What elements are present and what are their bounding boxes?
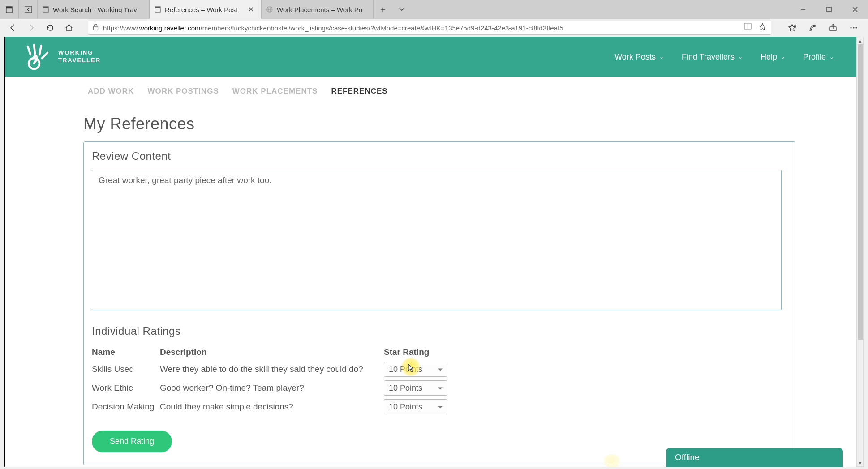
subtab-work-postings[interactable]: WORK POSTINGS — [147, 87, 219, 96]
forward-button[interactable] — [23, 20, 39, 36]
svg-point-19 — [855, 27, 857, 28]
close-window-button[interactable] — [842, 0, 868, 19]
review-textarea[interactable] — [92, 170, 782, 310]
nav-profile[interactable]: Profile⌄ — [803, 52, 834, 62]
rating-name: Work Ethic — [92, 379, 160, 397]
send-rating-button[interactable]: Send Rating — [92, 431, 172, 452]
favorites-button[interactable] — [782, 20, 802, 36]
scroll-up-button[interactable]: ▲ — [857, 37, 863, 44]
svg-rect-10 — [94, 26, 98, 30]
review-heading: Review Content — [92, 150, 787, 162]
tab-title: Work Search - Working Trav — [53, 6, 143, 13]
subtab-add-work[interactable]: ADD WORK — [88, 87, 134, 96]
page-viewport: WORKING TRAVELLER Work Posts⌄ Find Trave… — [4, 37, 857, 467]
browser-tab-3[interactable]: Work Placements – Work Po — [262, 0, 374, 19]
brand-logo-icon — [21, 41, 52, 72]
chevron-down-icon: ⌄ — [659, 54, 664, 60]
svg-rect-9 — [827, 7, 831, 12]
individual-ratings-heading: Individual Ratings — [92, 325, 787, 337]
svg-rect-1 — [6, 6, 12, 8]
maximize-button[interactable] — [816, 0, 842, 19]
notes-button[interactable] — [803, 20, 822, 36]
col-header-rating: Star Rating — [384, 345, 449, 360]
brand[interactable]: WORKING TRAVELLER — [21, 41, 101, 72]
review-panel: Review Content Individual Ratings Name D… — [83, 141, 795, 465]
toolbar-right — [782, 20, 864, 36]
nav-find-travellers[interactable]: Find Travellers⌄ — [682, 52, 743, 62]
svg-point-17 — [850, 27, 851, 28]
chevron-down-icon: ⌄ — [738, 54, 743, 60]
lock-icon — [93, 24, 99, 32]
main-content: My References Review Content Individual … — [5, 115, 856, 465]
url-text: https://www.workingtraveller.com/members… — [103, 24, 563, 32]
rating-desc: Were they able to do the skill they said… — [160, 360, 384, 379]
minimize-button[interactable] — [790, 0, 816, 19]
table-row: Skills Used Were they able to do the ski… — [92, 360, 449, 379]
more-button[interactable] — [844, 20, 864, 36]
rating-select-value: 10 Points — [389, 384, 422, 393]
rating-name: Decision Making — [92, 397, 160, 416]
top-nav: Work Posts⌄ Find Travellers⌄ Help⌄ Profi… — [614, 52, 834, 62]
svg-rect-2 — [25, 6, 32, 13]
scroll-thumb[interactable] — [858, 44, 863, 340]
rating-name: Skills Used — [92, 360, 160, 379]
svg-line-21 — [28, 47, 30, 55]
browser-tab-1[interactable]: Work Search - Working Trav — [38, 0, 150, 19]
sub-tabs: ADD WORK WORK POSTINGS WORK PLACEMENTS R… — [5, 77, 856, 105]
ratings-table: Name Description Star Rating Skills Used… — [92, 345, 449, 416]
page-icon — [42, 6, 49, 13]
rating-select-ethic[interactable]: 10 Points — [384, 380, 447, 396]
nav-work-posts[interactable]: Work Posts⌄ — [614, 52, 664, 62]
svg-line-23 — [39, 46, 41, 55]
close-icon[interactable]: ✕ — [247, 5, 255, 13]
tab-overflow-button[interactable] — [392, 0, 411, 19]
nav-help[interactable]: Help⌄ — [761, 52, 785, 62]
chat-status: Offline — [675, 452, 700, 462]
chat-widget[interactable]: Offline — [666, 448, 843, 467]
col-header-name: Name — [92, 345, 160, 360]
svg-line-22 — [34, 45, 35, 54]
page-icon — [154, 6, 161, 13]
subtab-work-placements[interactable]: WORK PLACEMENTS — [232, 87, 318, 96]
tab-title: References – Work Post — [165, 6, 243, 13]
refresh-button[interactable] — [42, 20, 58, 36]
subtab-references[interactable]: REFERENCES — [331, 87, 387, 96]
favorite-star-icon[interactable] — [759, 23, 766, 33]
browser-tab-2[interactable]: References – Work Post ✕ — [150, 0, 262, 19]
rating-select-value: 10 Points — [389, 365, 422, 374]
page-title: My References — [83, 115, 856, 133]
col-header-description: Description — [160, 345, 384, 360]
brand-text: WORKING TRAVELLER — [58, 49, 101, 64]
new-tab-button[interactable]: ＋ — [374, 0, 392, 19]
svg-point-18 — [853, 27, 854, 28]
share-button[interactable] — [823, 20, 843, 36]
site-header: WORKING TRAVELLER Work Posts⌄ Find Trave… — [5, 37, 856, 77]
tab-aside-icon[interactable] — [19, 0, 38, 19]
tab-title: Work Placements – Work Po — [277, 6, 367, 13]
back-button[interactable] — [4, 20, 21, 36]
rating-desc: Could they make simple decisions? — [160, 397, 384, 416]
rating-select-value: 10 Points — [389, 402, 422, 412]
tab-strip: Work Search - Working Trav References – … — [0, 0, 868, 19]
rating-select-decision[interactable]: 10 Points — [384, 399, 447, 414]
scroll-down-button[interactable]: ▼ — [857, 459, 863, 466]
rating-select-skills[interactable]: 10 Points — [384, 362, 447, 377]
vertical-scrollbar[interactable]: ▲ ▼ — [857, 37, 864, 467]
table-row: Work Ethic Good worker? On-time? Team pl… — [92, 379, 449, 397]
address-bar[interactable]: https://www.workingtraveller.com/members… — [88, 21, 771, 35]
table-row: Decision Making Could they make simple d… — [92, 397, 449, 416]
browser-chrome: Work Search - Working Trav References – … — [0, 0, 868, 37]
svg-rect-6 — [155, 7, 160, 8]
window-controls — [790, 0, 868, 19]
chevron-down-icon: ⌄ — [781, 54, 785, 60]
reading-view-icon[interactable] — [744, 23, 752, 33]
svg-line-24 — [42, 53, 47, 58]
chevron-down-icon: ⌄ — [829, 54, 834, 60]
home-button[interactable] — [61, 20, 77, 36]
rating-desc: Good worker? On-time? Team player? — [160, 379, 384, 397]
globe-icon — [266, 6, 273, 13]
svg-rect-4 — [43, 7, 48, 8]
tab-actions-icon[interactable] — [0, 0, 19, 19]
address-row: https://www.workingtraveller.com/members… — [0, 19, 868, 37]
